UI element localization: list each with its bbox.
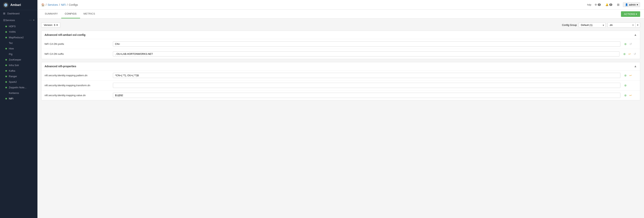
infra-solr-status-dot [6, 65, 7, 66]
kerberos-status-dot [6, 92, 7, 94]
bell-icon: 🔔 [606, 3, 608, 6]
filter-clear-button[interactable]: ✕ [631, 23, 635, 27]
kafka-label: Kafka [9, 69, 15, 72]
tab-summary[interactable]: SUMMARY [41, 9, 61, 18]
bell-badge: 0 [609, 3, 612, 6]
hdfs-status-dot [6, 26, 7, 27]
sidebar-item-dashboard[interactable]: ⊞ Dashboard [0, 10, 38, 17]
user-menu-button[interactable]: 👤 admin ▾ [623, 2, 640, 7]
sidebar-item-nifi[interactable]: NiFi [0, 96, 38, 101]
nifi-properties-collapse-icon[interactable]: ▲ [634, 65, 637, 68]
actions-button[interactable]: ACTIONS ▾ [621, 11, 640, 17]
identity-mapping-pattern-add-button[interactable]: ⊕ [624, 73, 628, 78]
sidebar: Ambari ⊞ Dashboard ☰ Services ··· ▾ HDFS… [0, 0, 38, 218]
sidebar-item-ranger[interactable]: Ranger [0, 74, 38, 79]
ca-dn-suffix-add-button[interactable]: ⊕ [622, 52, 626, 56]
ca-dn-suffix-input[interactable] [113, 51, 620, 57]
zeppelin-status-dot [6, 87, 7, 88]
table-row: NiFi CA DN suffix ⊕ ↩ ↺ [42, 49, 640, 59]
sidebar-services-header[interactable]: ☰ Services ··· ▾ [0, 17, 38, 23]
ca-dn-suffix-undo-button[interactable]: ↩ [628, 52, 632, 56]
nifi-properties-section: Advanced nifi-properties ▲ nifi.security… [41, 62, 640, 100]
identity-mapping-pattern-input[interactable] [113, 73, 620, 78]
nifi-properties-title: Advanced nifi-properties [44, 65, 76, 68]
sidebar-item-yarn[interactable]: YARN [0, 29, 38, 35]
services-chevron-icon[interactable]: ▾ [33, 19, 34, 21]
nifi-status-dot [6, 98, 7, 100]
version-button[interactable]: Version: 6 ▾ [41, 22, 60, 28]
config-group-label: Config Group [562, 23, 577, 26]
ca-dn-prefix-input[interactable] [113, 41, 620, 47]
sidebar-item-tez[interactable]: Tez [0, 40, 38, 46]
ca-dn-prefix-refresh-button[interactable]: ↺ [629, 42, 633, 46]
breadcrumb-nifi[interactable]: NiFi [61, 3, 66, 6]
topbar: 🏠 / Services / NiFi / Configs hdp ⚙ 0 🔔 … [38, 0, 644, 9]
apps-button[interactable]: ⊞ [616, 2, 620, 7]
home-icon[interactable]: 🏠 [41, 3, 44, 6]
sidebar-item-hdfs[interactable]: HDFS [0, 23, 38, 29]
identity-mapping-pattern-label: nifi.security.identity.mapping.pattern.d… [44, 74, 110, 77]
sidebar-item-spark2[interactable]: Spark2 [0, 79, 38, 85]
identity-mapping-transform-add-button[interactable]: ⊕ [624, 83, 628, 88]
identity-mapping-value-add-button[interactable]: ⊕ [624, 93, 628, 98]
services-more-icon[interactable]: ··· [29, 18, 32, 22]
ssl-config-collapse-icon[interactable]: ▲ [634, 33, 637, 37]
identity-mapping-value-input[interactable] [113, 93, 620, 98]
user-dropdown-arrow: ▾ [637, 3, 638, 6]
identity-mapping-transform-input[interactable] [113, 83, 620, 88]
kafka-status-dot [6, 70, 7, 72]
cluster-name: hdp [587, 3, 592, 6]
tabs-bar: SUMMARY CONFIGS METRICS ACTIONS ▾ [38, 9, 644, 18]
version-arrow-icon: ▾ [56, 23, 58, 26]
ca-dn-prefix-actions: ⊕ ↺ [624, 42, 637, 46]
table-row: nifi.security.identity.mapping.transform… [42, 81, 640, 91]
bell-button[interactable]: 🔔 0 [604, 2, 614, 7]
ssl-config-section-header: Advanced nifi-ambari-ssl-config ▲ [42, 31, 640, 39]
nifi-label: NiFi [9, 97, 13, 100]
identity-mapping-value-actions: ⊕ ↩ [624, 93, 637, 98]
table-row: nifi.security.identity.mapping.value.dn … [42, 91, 640, 100]
gear-button[interactable]: ⚙ 0 [594, 2, 602, 7]
tab-configs[interactable]: CONFIGS [61, 9, 80, 18]
mapreduce2-status-dot [6, 37, 7, 38]
ca-dn-prefix-add-button[interactable]: ⊕ [624, 42, 628, 46]
app-name: Ambari [10, 3, 21, 7]
tab-metrics[interactable]: METRICS [80, 9, 99, 18]
breadcrumb-services[interactable]: Services [48, 3, 58, 6]
table-row: nifi.security.identity.mapping.pattern.d… [42, 71, 640, 81]
hive-status-dot [6, 48, 7, 49]
identity-mapping-value-undo-button[interactable]: ↩ [629, 93, 633, 98]
sidebar-item-mapreduce2[interactable]: MapReduce2 [0, 35, 38, 40]
identity-mapping-transform-actions: ⊕ [624, 83, 637, 88]
config-group-wrapper: Default (1) [579, 22, 606, 28]
sidebar-item-zeppelin[interactable]: Zeppelin Note... [0, 85, 38, 90]
sidebar-item-hive[interactable]: Hive [0, 46, 38, 51]
identity-mapping-pattern-undo-button[interactable]: ↩ [629, 73, 633, 78]
config-group-area: Config Group Default (1) ✕ ▾ [562, 22, 640, 28]
infra-solr-label: Infra Solr [9, 64, 19, 67]
gear-icon: ⚙ [595, 3, 597, 6]
hive-label: Hive [9, 47, 14, 50]
filter-input[interactable] [608, 23, 631, 27]
user-icon: 👤 [625, 3, 628, 6]
sidebar-item-kerberos[interactable]: Kerberos [0, 90, 38, 96]
nifi-properties-body: nifi.security.identity.mapping.pattern.d… [42, 71, 640, 100]
breadcrumb: 🏠 / Services / NiFi / Configs [41, 3, 78, 6]
tez-label: Tez [9, 42, 13, 44]
filter-input-wrapper: ✕ ▾ [608, 22, 640, 28]
zookeeper-label: ZooKeeper [9, 58, 21, 61]
sidebar-item-kafka[interactable]: Kafka [0, 68, 38, 74]
sidebar-item-pig[interactable]: Pig [0, 51, 38, 57]
sidebar-item-infra-solr[interactable]: Infra Solr [0, 62, 38, 68]
ca-dn-suffix-refresh-button[interactable]: ↺ [633, 52, 637, 56]
config-toolbar: Version: 6 ▾ Config Group Default (1) ✕ … [41, 22, 640, 28]
sidebar-item-zookeeper[interactable]: ZooKeeper [0, 57, 38, 62]
breadcrumb-separator-3: / [67, 3, 68, 6]
spark2-label: Spark2 [9, 81, 17, 83]
config-group-select[interactable]: Default (1) [579, 22, 606, 28]
zookeeper-status-dot [6, 59, 7, 61]
version-value: 6 [54, 23, 55, 26]
ca-dn-prefix-label: NiFi CA DN prefix [44, 42, 110, 45]
filter-dropdown-button[interactable]: ▾ [635, 23, 640, 27]
zeppelin-label: Zeppelin Note... [9, 86, 26, 89]
